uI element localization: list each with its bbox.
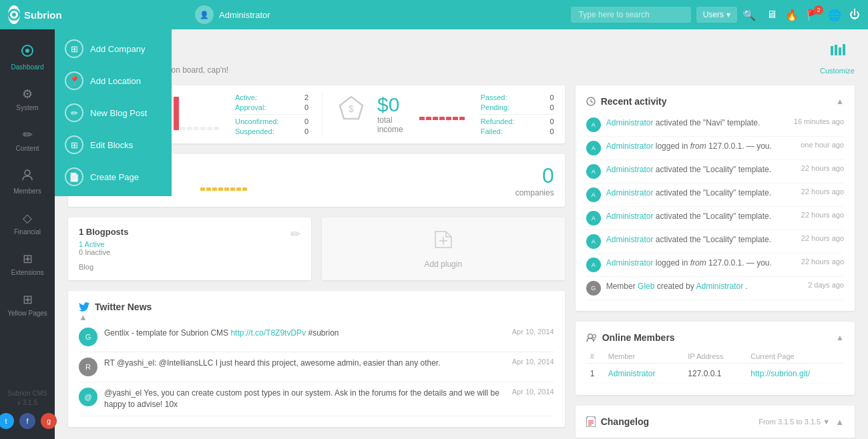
extensions-icon: ⊞ — [23, 252, 33, 266]
activity-text-1: Administrator logged in from 127.0.0.1. … — [606, 141, 795, 152]
twitter-social-icon[interactable]: t — [0, 413, 14, 429]
activity-item-1: A Administrator logged in from 127.0.0.1… — [586, 137, 844, 160]
search-area: Users ▾ 🔍 🖥 🔥 🚩 2 🌐 ⏻ — [571, 7, 860, 23]
sidebar-label-extensions: Extensions — [11, 269, 44, 276]
blogpost-count: 1 Blogposts — [79, 227, 128, 237]
activity-time-2: 22 hours ago — [801, 164, 844, 172]
dropdown-new-blog-post[interactable]: ✏ New Blog Post — [55, 97, 172, 129]
right-column: Recent activity ▲ A Administrator activa… — [576, 85, 855, 438]
income-label: total income — [377, 115, 403, 134]
sidebar-item-dashboard[interactable]: Dashboard — [0, 36, 55, 79]
twitter-date-1: Apr 10, 2014 — [512, 358, 554, 366]
svg-rect-6 — [843, 44, 845, 55]
customize-label: Customize — [820, 67, 855, 75]
blogpost-info: 1 Blogposts 1 Active 0 Inactive — [79, 227, 128, 256]
twitter-title: Twitter News — [79, 302, 554, 312]
system-icon: ⚙ — [22, 87, 33, 101]
add-location-label: Add Location — [90, 76, 141, 86]
globe-icon[interactable]: 🌐 — [828, 9, 841, 21]
activity-text-7: Member Gleb created by Administrator . — [606, 281, 803, 292]
svg-rect-3 — [831, 46, 833, 55]
members-chart — [174, 93, 219, 130]
sidebar-item-content[interactable]: ✏ Content — [0, 119, 55, 160]
recent-activity-collapse[interactable]: ▲ — [836, 97, 844, 106]
flag-icon[interactable]: 🚩 2 — [807, 9, 820, 21]
twitter-text-2: @yashi_el Yes, you can create custom pos… — [104, 388, 500, 410]
admin-info: 👤 Administrator — [195, 5, 270, 24]
svg-rect-5 — [839, 47, 841, 55]
row-page: http://subrion.git/ — [746, 364, 844, 384]
sidebar-label-dashboard: Dashboard — [11, 63, 44, 71]
companies-count-wrap: 0 companies — [515, 163, 554, 197]
activity-text-2: Administrator activated the "Locality" t… — [606, 164, 796, 175]
logo-icon — [8, 5, 20, 24]
sidebar-item-system[interactable]: ⚙ System — [0, 79, 55, 119]
activity-time-5: 22 hours ago — [801, 234, 844, 242]
customize-button[interactable]: Customize — [820, 43, 855, 75]
twitter-avatar-1: R — [79, 358, 97, 376]
sidebar-label-content: Content — [15, 145, 39, 152]
activity-item-2: A Administrator activated the "Locality"… — [586, 160, 844, 183]
activity-time-6: 22 hours ago — [801, 258, 844, 266]
row-member: Administrator — [604, 364, 684, 384]
changelog-controls: From 3.1.5 to 3.1.5 ▼ ▲ — [758, 417, 844, 427]
new-blog-post-icon: ✏ — [65, 103, 83, 122]
changelog-title: Changelog — [586, 416, 649, 427]
changelog-version[interactable]: From 3.1.5 to 3.1.5 ▼ — [758, 418, 830, 426]
twitter-collapse-icon[interactable]: ▲ — [79, 312, 87, 322]
activity-avatar-7: G — [586, 281, 601, 296]
twitter-link-0[interactable]: http://t.co/T8Z9tvDPv — [230, 328, 306, 338]
activity-item-5: A Administrator activated the "Locality"… — [586, 230, 844, 254]
add-location-icon: 📍 — [65, 71, 83, 90]
twitter-date-0: Apr 10, 2014 — [512, 328, 554, 336]
income-chart — [419, 93, 465, 120]
blogpost-inactive: 0 Inactive — [79, 248, 128, 256]
search-button[interactable]: 🔍 — [742, 9, 756, 21]
online-members-collapse[interactable]: ▲ — [836, 333, 844, 342]
svg-line-20 — [591, 101, 593, 103]
fire-icon[interactable]: 🔥 — [785, 9, 799, 21]
dropdown-create-page[interactable]: 📄 Create Page — [55, 161, 172, 193]
search-input[interactable] — [571, 7, 691, 23]
sidebar-label-yellow-pages: Yellow Pages — [7, 310, 47, 317]
income-icon: $ — [336, 93, 367, 128]
avatar: 👤 — [195, 5, 214, 24]
sidebar-dropdown: ⊞ Add Company 📍 Add Location ✏ New Blog … — [55, 29, 172, 196]
activity-time-7: 2 days ago — [808, 281, 844, 289]
table-row: 1 Administrator 127.0.0.1 http://subrion… — [586, 364, 844, 384]
dropdown-edit-blocks[interactable]: ⊞ Edit Blocks — [55, 129, 172, 161]
dropdown-add-company[interactable]: ⊞ Add Company — [55, 33, 172, 65]
sidebar-item-financial[interactable]: ◇ Financial — [0, 203, 55, 244]
companies-label: companies — [515, 188, 554, 197]
activity-time-3: 22 hours ago — [801, 187, 844, 195]
sidebar-item-extensions[interactable]: ⊞ Extensions — [0, 244, 55, 284]
yellow-pages-icon: ⊞ — [23, 292, 33, 307]
facebook-social-icon[interactable]: f — [19, 413, 35, 429]
add-company-label: Add Company — [90, 44, 145, 54]
version-text: Subrion CMS v 3.1.5 — [7, 389, 47, 408]
twitter-item-1: R RT @yashi_el: @IntelliansLLC I just he… — [79, 352, 554, 382]
power-icon[interactable]: ⏻ — [849, 9, 860, 21]
activity-avatar-6: A — [586, 258, 601, 272]
google-social-icon[interactable]: g — [41, 413, 57, 429]
activity-item-7: G Member Gleb created by Administrator .… — [586, 277, 844, 300]
customize-icon — [829, 43, 846, 64]
logo-inner — [8, 9, 20, 21]
sidebar: Dashboard ⚙ System ✏ Content Members ◇ F… — [0, 29, 55, 439]
twitter-news-card: Twitter News ▲ G Gentlix - template for … — [68, 291, 565, 427]
edit-blocks-icon: ⊞ — [65, 135, 83, 154]
dropdown-add-location[interactable]: 📍 Add Location — [55, 65, 172, 97]
changelog-collapse-icon[interactable]: ▲ — [835, 417, 844, 427]
activity-avatar-0: A — [586, 117, 601, 132]
sidebar-label-system: System — [16, 104, 38, 111]
twitter-text-0: Gentlix - template for Subrion CMS http:… — [104, 328, 500, 339]
activity-item-0: A Administrator activated the "Navi" tem… — [586, 113, 844, 137]
add-plugin-card[interactable]: Add plugin — [322, 217, 565, 280]
users-button[interactable]: Users ▾ — [696, 7, 737, 23]
twitter-header: Twitter News ▲ — [79, 302, 554, 322]
twitter-avatar-0: G — [79, 328, 97, 346]
sidebar-item-members[interactable]: Members — [0, 160, 55, 203]
sidebar-item-yellow-pages[interactable]: ⊞ Yellow Pages — [0, 284, 55, 325]
monitor-icon[interactable]: 🖥 — [767, 9, 777, 21]
activity-time-4: 22 hours ago — [801, 211, 844, 219]
